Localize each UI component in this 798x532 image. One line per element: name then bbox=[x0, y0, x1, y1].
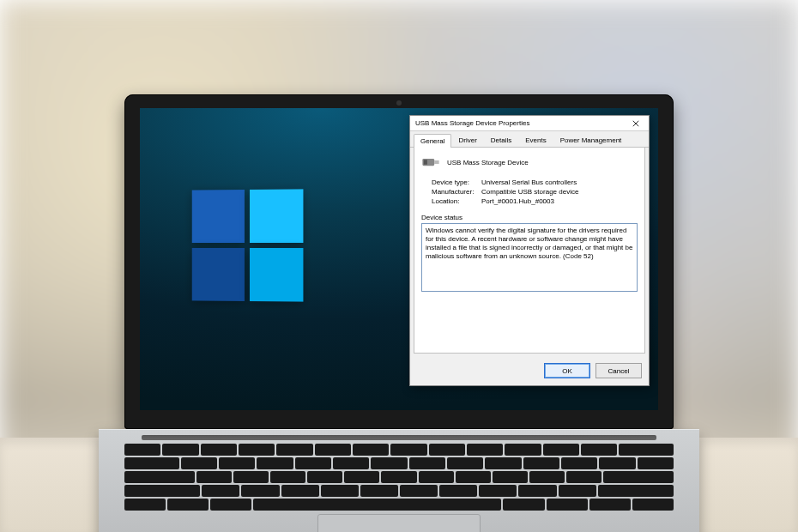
prop-row-location: Location: Port_#0001.Hub_#0003 bbox=[432, 197, 638, 205]
tab-content-general: USB Mass Storage Device Device type: Uni… bbox=[414, 148, 645, 354]
close-button[interactable] bbox=[625, 117, 647, 130]
logo-quadrant-tl bbox=[192, 190, 245, 243]
logo-quadrant-br bbox=[250, 248, 303, 302]
svg-rect-1 bbox=[434, 160, 439, 164]
tab-details[interactable]: Details bbox=[484, 133, 518, 147]
windows-logo bbox=[192, 189, 304, 301]
laptop: USB Mass Storage Device Properties Gener… bbox=[124, 94, 674, 532]
tab-power-management[interactable]: Power Management bbox=[553, 133, 629, 147]
manufacturer-value: Compatible USB storage device bbox=[481, 188, 578, 196]
prop-row-manufacturer: Manufacturer: Compatible USB storage dev… bbox=[432, 188, 638, 196]
usb-device-icon bbox=[421, 154, 440, 170]
device-status-text: Windows cannot verify the digital signat… bbox=[426, 227, 632, 260]
location-value: Port_#0001.Hub_#0003 bbox=[481, 197, 554, 205]
prop-row-device-type: Device type: Universal Serial Bus contro… bbox=[432, 178, 638, 186]
hinge bbox=[142, 435, 656, 440]
device-type-value: Universal Serial Bus controllers bbox=[481, 178, 577, 186]
dialog-titlebar[interactable]: USB Mass Storage Device Properties bbox=[410, 116, 649, 131]
close-icon bbox=[632, 120, 639, 127]
screen-bezel: USB Mass Storage Device Properties Gener… bbox=[124, 94, 674, 429]
device-status-label: Device status bbox=[421, 214, 638, 221]
device-properties-dialog: USB Mass Storage Device Properties Gener… bbox=[409, 115, 650, 386]
cancel-button[interactable]: Cancel bbox=[595, 363, 642, 378]
dialog-title: USB Mass Storage Device Properties bbox=[415, 119, 529, 127]
keyboard-deck bbox=[99, 429, 699, 532]
device-properties-block: Device type: Universal Serial Bus contro… bbox=[432, 178, 638, 205]
camera-dot bbox=[396, 100, 402, 106]
dialog-button-row: OK Cancel bbox=[410, 357, 649, 385]
keyboard bbox=[124, 444, 674, 511]
logo-quadrant-tr bbox=[250, 189, 303, 243]
tab-general[interactable]: General bbox=[414, 134, 451, 148]
tab-driver[interactable]: Driver bbox=[451, 133, 483, 147]
device-type-label: Device type: bbox=[432, 178, 481, 186]
logo-quadrant-bl bbox=[192, 248, 245, 301]
tab-strip: General Driver Details Events Power Mana… bbox=[410, 131, 649, 148]
location-label: Location: bbox=[432, 197, 481, 205]
device-status-textbox[interactable]: Windows cannot verify the digital signat… bbox=[421, 223, 638, 292]
manufacturer-label: Manufacturer: bbox=[432, 188, 481, 196]
tab-events[interactable]: Events bbox=[518, 133, 553, 147]
device-header: USB Mass Storage Device bbox=[421, 154, 638, 170]
trackpad bbox=[317, 514, 481, 532]
ok-button[interactable]: OK bbox=[544, 363, 590, 378]
svg-rect-2 bbox=[424, 160, 427, 165]
device-name: USB Mass Storage Device bbox=[447, 159, 529, 166]
desktop-screen: USB Mass Storage Device Properties Gener… bbox=[140, 108, 658, 410]
